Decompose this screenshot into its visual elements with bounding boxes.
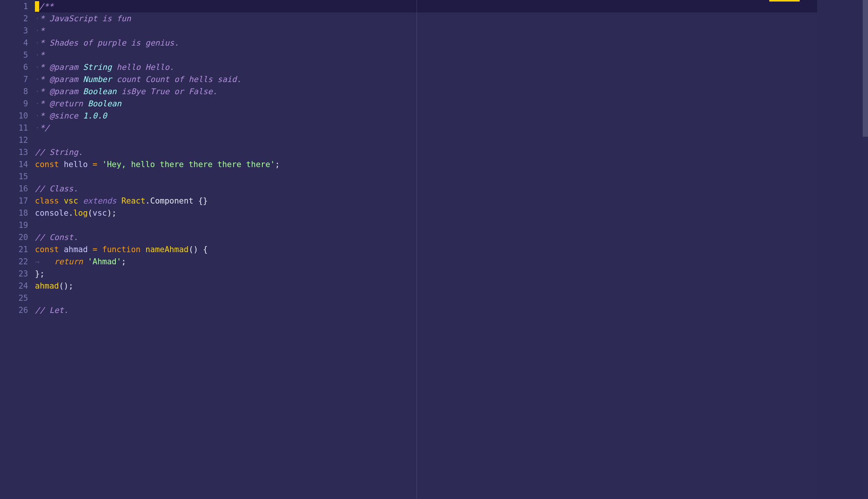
code-token: @return [49,99,83,108]
line-number: 11 [0,122,28,134]
code-token: Boolean [88,99,122,108]
code-token: * Shades of purple is genius. [40,38,179,47]
code-line[interactable]: // String. [35,146,817,158]
line-number: 6 [0,61,28,73]
code-token: 'Hey, hello there there there there' [102,160,275,169]
code-token: @param [49,87,78,96]
code-token: . [69,208,74,218]
code-line[interactable]: ·* @param Number count Count of hells sa… [35,73,817,85]
code-token: // Const. [35,233,78,242]
code-token: // Class. [35,184,78,193]
code-editor[interactable]: 1234567891011121314151617181920212223242… [0,0,868,499]
code-token: * [40,111,49,120]
line-number: 1 [0,0,28,13]
code-line[interactable]: class vsc extends React.Component {} [35,195,817,207]
code-token: * [40,75,49,84]
code-line[interactable]: }; [35,268,817,280]
line-number: 12 [0,134,28,146]
code-token: return [54,257,83,266]
code-line[interactable]: /** [35,0,817,13]
code-token: · [35,87,40,96]
code-line[interactable]: const ahmad = function nameAhmad() { [35,243,817,256]
code-token: vsc [93,208,107,218]
code-token [78,75,83,84]
code-token: }; [35,269,44,278]
code-token [78,63,83,72]
code-token: · [35,14,40,23]
code-token: isBye [122,87,145,96]
scrollbar-thumb[interactable] [863,0,868,137]
code-line[interactable]: // Let. [35,304,817,316]
code-line[interactable]: ·* [35,49,817,61]
code-token: (); [59,281,73,291]
code-token [59,160,64,169]
minimap[interactable] [817,0,863,499]
code-line[interactable]: const hello = 'Hey, hello there there th… [35,158,817,171]
code-line[interactable] [35,171,817,183]
code-line[interactable]: ·* JavaScript is fun [35,13,817,25]
code-token: * [40,51,45,60]
code-token: ( [88,208,93,218]
code-token [140,245,145,254]
line-number: 24 [0,280,28,292]
code-line[interactable]: ·* Shades of purple is genius. [35,37,817,49]
code-line[interactable]: // Const. [35,231,817,243]
line-number: 8 [0,85,28,98]
code-token: ahmad [64,245,88,254]
code-token: hello [64,160,88,169]
code-token: class [35,196,59,205]
code-token: const [35,245,59,254]
code-token [88,160,93,169]
code-token: · [35,63,40,72]
code-token: ; [122,257,126,266]
code-token: * [40,99,49,108]
code-token: Boolean [83,87,117,96]
code-token [78,196,83,205]
code-token: · [35,99,40,108]
code-token: // Let. [35,306,69,315]
code-line[interactable]: ahmad(); [35,280,817,292]
code-token [59,245,64,254]
code-line[interactable]: → return 'Ahmad'; [35,256,817,268]
code-token: · [35,38,40,47]
editor-ruler [417,0,417,499]
code-token: {} [193,196,208,205]
code-content-area[interactable]: /**·* JavaScript is fun·*·* Shades of pu… [35,0,817,499]
line-number: 16 [0,183,28,195]
code-line[interactable]: ·* @return Boolean [35,98,817,110]
line-number: 5 [0,49,28,61]
code-line[interactable]: ·* @param Boolean isBye True or False. [35,85,817,98]
code-token [97,245,102,254]
line-number: 9 [0,98,28,110]
line-number: 13 [0,146,28,158]
code-token [78,87,83,96]
code-token: = [93,160,98,169]
code-token: · [35,111,40,120]
code-line[interactable]: ·* @since 1.0.0 [35,110,817,122]
line-number: 4 [0,37,28,49]
code-line[interactable] [35,134,817,146]
code-line[interactable] [35,292,817,304]
code-line[interactable]: console.log(vsc); [35,207,817,219]
line-number: 2 [0,13,28,25]
code-token: * [40,63,49,72]
code-line[interactable]: ·* [35,25,817,37]
code-token: const [35,160,59,169]
scrollbar-track[interactable] [863,0,868,499]
code-token: . [145,196,150,205]
code-line[interactable]: // Class. [35,183,817,195]
code-token [88,245,93,254]
code-line[interactable] [35,219,817,231]
code-line[interactable]: ·* @param String hello Hello. [35,61,817,73]
code-token: vsc [64,196,78,205]
code-token: React [122,196,145,205]
code-token [112,63,117,72]
code-line[interactable]: ·*/ [35,122,817,134]
line-number: 18 [0,207,28,219]
code-token [83,99,88,108]
code-token: * [40,87,49,96]
code-token: · [35,51,40,60]
code-token: /** [39,2,54,11]
code-token: ahmad [35,281,59,291]
line-number: 20 [0,231,28,243]
